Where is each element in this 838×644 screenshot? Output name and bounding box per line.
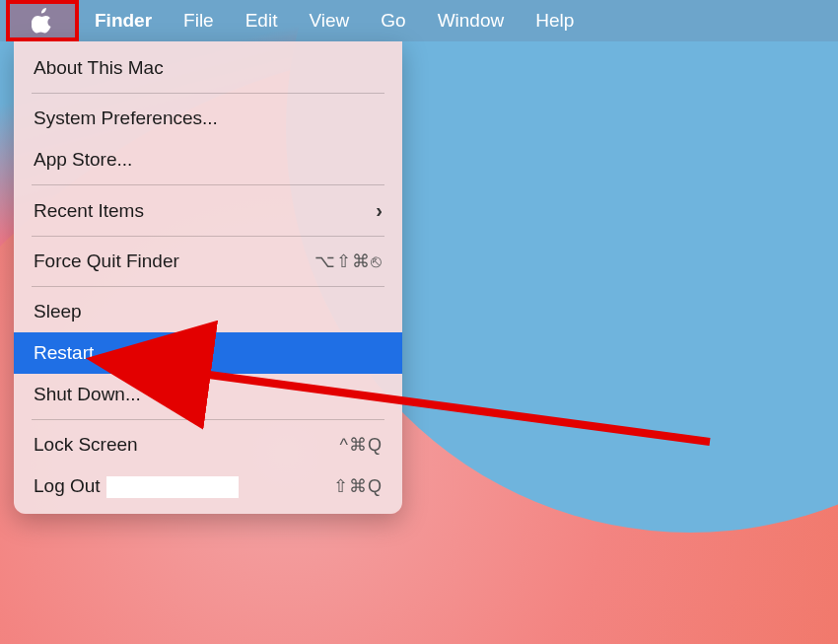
apple-icon: [32, 8, 53, 34]
apple-menu-button[interactable]: [6, 0, 79, 41]
menu-recent-items[interactable]: Recent Items ›: [14, 189, 402, 232]
menu-item-label: System Preferences...: [34, 107, 218, 129]
menubar-file[interactable]: File: [168, 0, 230, 41]
apple-menu-dropdown: About This Mac System Preferences... App…: [14, 41, 402, 514]
menu-item-label: Restart...: [34, 342, 109, 364]
menu-item-label: Force Quit Finder: [34, 250, 179, 272]
keyboard-shortcut: ^⌘Q: [340, 434, 383, 456]
menu-about-this-mac[interactable]: About This Mac: [14, 47, 402, 89]
menu-item-label: Recent Items: [34, 200, 144, 222]
menu-item-label: App Store...: [34, 149, 132, 171]
menu-separator: [32, 236, 384, 237]
menu-log-out[interactable]: Log Out ⇧⌘Q: [14, 465, 402, 508]
menu-item-label: Log Out: [34, 475, 239, 498]
keyboard-shortcut: ⇧⌘Q: [333, 475, 383, 497]
menu-separator: [32, 184, 384, 185]
menubar-view[interactable]: View: [293, 0, 365, 41]
menubar: Finder File Edit View Go Window Help: [0, 0, 838, 41]
menu-item-label: Sleep: [34, 301, 82, 322]
keyboard-shortcut: ⌥⇧⌘⎋: [314, 250, 383, 272]
redacted-username: [106, 476, 239, 498]
menu-item-label: Shut Down...: [34, 384, 141, 405]
menu-force-quit[interactable]: Force Quit Finder ⌥⇧⌘⎋: [14, 241, 402, 282]
menubar-window[interactable]: Window: [422, 0, 521, 41]
menu-item-label: About This Mac: [34, 57, 164, 79]
chevron-right-icon: ›: [376, 199, 383, 222]
menu-shut-down[interactable]: Shut Down...: [14, 374, 402, 415]
menu-sleep[interactable]: Sleep: [14, 291, 402, 332]
menu-lock-screen[interactable]: Lock Screen ^⌘Q: [14, 424, 402, 465]
menu-separator: [32, 419, 384, 420]
menu-restart[interactable]: Restart...: [14, 332, 402, 374]
menu-item-label: Lock Screen: [34, 434, 138, 456]
menu-app-store[interactable]: App Store...: [14, 139, 402, 180]
menubar-help[interactable]: Help: [520, 0, 590, 41]
menu-separator: [32, 93, 384, 94]
menu-system-preferences[interactable]: System Preferences...: [14, 98, 402, 139]
menubar-go[interactable]: Go: [365, 0, 421, 41]
menu-separator: [32, 286, 384, 287]
menubar-edit[interactable]: Edit: [230, 0, 294, 41]
menubar-app-name[interactable]: Finder: [79, 0, 168, 41]
